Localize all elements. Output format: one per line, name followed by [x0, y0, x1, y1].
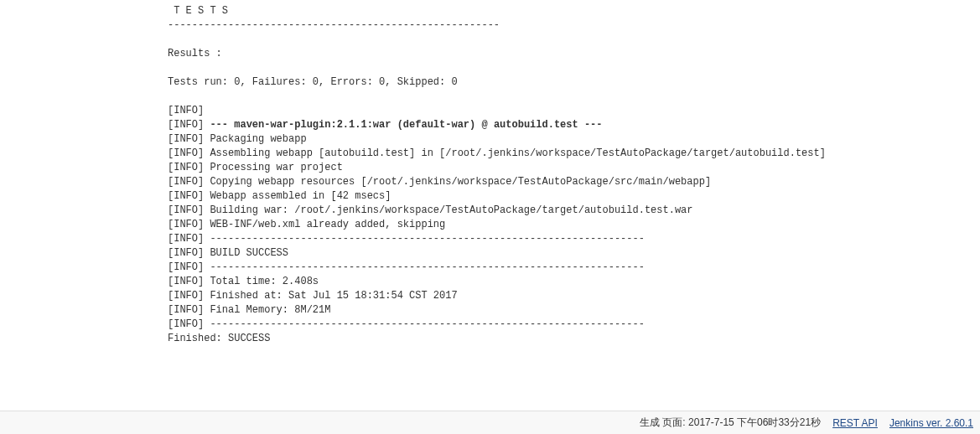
- console-line: [INFO] WEB-INF/web.xml already added, sk…: [168, 219, 445, 230]
- console-line: Tests run: 0, Failures: 0, Errors: 0, Sk…: [168, 76, 458, 88]
- console-line: [INFO] ---------------------------------…: [168, 318, 645, 330]
- console-line: Finished: SUCCESS: [168, 333, 270, 344]
- console-line: [INFO] Processing war project: [168, 162, 343, 173]
- console-line: ----------------------------------------…: [168, 19, 500, 31]
- footer: 生成 页面: 2017-7-15 下午06时33分21秒 REST API Je…: [0, 411, 980, 434]
- console-line: [INFO] Assembling webapp [autobuild.test…: [168, 147, 826, 159]
- console-line: [INFO] Total time: 2.408s: [168, 276, 319, 287]
- console-line: [INFO] Copying webapp resources [/root/.…: [168, 176, 711, 188]
- jenkins-version-link[interactable]: Jenkins ver. 2.60.1: [889, 417, 973, 429]
- console-line: [INFO] ---------------------------------…: [168, 261, 645, 273]
- console-line: [INFO] Final Memory: 8M/21M: [168, 304, 330, 316]
- console-line: Results :: [168, 48, 222, 59]
- console-line: T E S T S: [168, 5, 228, 17]
- rest-api-link[interactable]: REST API: [832, 417, 878, 429]
- console-line-bold: --- maven-war-plugin:2.1.1:war (default-…: [210, 119, 602, 131]
- console-line: [INFO] Building war: /root/.jenkins/work…: [168, 204, 693, 216]
- console-line: [INFO] BUILD SUCCESS: [168, 247, 288, 259]
- console-line: [INFO] Packaging webapp: [168, 133, 307, 145]
- console-line: [INFO] Finished at: Sat Jul 15 18:31:54 …: [168, 290, 458, 302]
- console-line: [INFO] Webapp assembled in [42 msecs]: [168, 190, 391, 202]
- footer-generated-text: 生成 页面: 2017-7-15 下午06时33分21秒: [640, 416, 821, 430]
- console-line: [INFO]: [168, 119, 210, 131]
- console-line: [INFO]: [168, 105, 210, 116]
- console-output: T E S T S ------------------------------…: [0, 0, 980, 346]
- console-line: [INFO] ---------------------------------…: [168, 233, 645, 245]
